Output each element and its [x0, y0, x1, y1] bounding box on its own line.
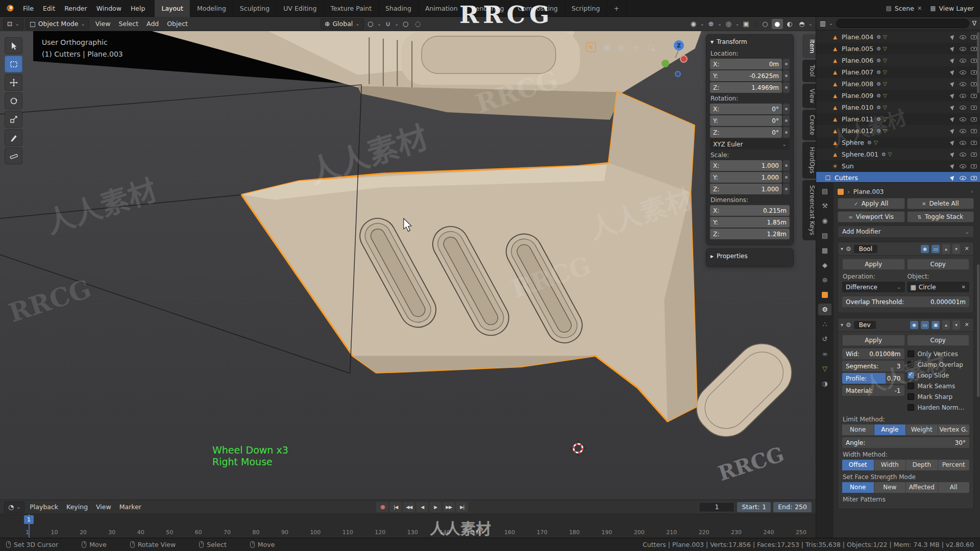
object-name[interactable]: Plane.006: [842, 57, 873, 64]
collapse-icon[interactable]: ▾: [710, 38, 714, 45]
scale-field[interactable]: Z:1.000: [710, 184, 782, 194]
rotation-field[interactable]: Z:0°: [710, 127, 782, 138]
outliner-row[interactable]: Plane.010: [816, 102, 980, 113]
selectable-toggle-icon[interactable]: [950, 174, 956, 181]
dimension-field[interactable]: X:0.215m: [710, 205, 790, 216]
timeline-menu[interactable]: Keying: [62, 503, 92, 511]
sidebar-tab[interactable]: Tool: [802, 60, 816, 82]
outliner-scrollbar[interactable]: [977, 32, 979, 93]
object-data-tab-icon[interactable]: ▽: [818, 363, 831, 374]
checkbox-box[interactable]: [908, 383, 914, 389]
rotation-field[interactable]: Y:0°: [710, 115, 782, 126]
object-name[interactable]: Plane.011: [842, 115, 873, 123]
outliner-row[interactable]: Cutters: [816, 172, 980, 183]
outliner-row[interactable]: Plane.009: [816, 90, 980, 102]
hide-viewport-toggle-icon[interactable]: [960, 47, 966, 51]
dimension-field[interactable]: Z:1.28m: [710, 229, 790, 239]
rotation-field[interactable]: X:0°: [710, 104, 782, 114]
selectable-toggle-icon[interactable]: [950, 151, 956, 157]
viewport-vis-button[interactable]: ∞ Viewport Vis: [838, 211, 905, 222]
gizmo-z-axis-ball[interactable]: Z: [674, 40, 684, 51]
workspace-tab[interactable]: Animation: [419, 0, 465, 17]
segmented-option[interactable]: New: [874, 482, 906, 493]
delete-modifier-icon[interactable]: ✕: [963, 321, 971, 328]
keyframe-decorator-icon[interactable]: [783, 127, 790, 138]
hide-viewport-toggle-icon[interactable]: [960, 176, 966, 180]
current-frame-field[interactable]: 1: [699, 502, 734, 512]
modifier-number-field[interactable]: Profile: 0.70: [842, 373, 904, 384]
properties-editor-icon[interactable]: ▤: [818, 185, 831, 197]
workspace-tab[interactable]: Scripting: [565, 0, 607, 17]
app-menu[interactable]: Edit: [38, 0, 60, 17]
selectable-toggle-icon[interactable]: [950, 45, 956, 52]
object-name[interactable]: Plane.004: [842, 33, 873, 41]
viewport-menu[interactable]: Add: [142, 17, 163, 31]
copy-button[interactable]: Copy: [907, 335, 970, 346]
segmented-option[interactable]: Offset: [842, 460, 874, 470]
selectable-toggle-icon[interactable]: [950, 69, 956, 75]
scene-tab-icon[interactable]: ◆: [818, 259, 831, 271]
hide-viewport-toggle-icon[interactable]: [960, 106, 966, 110]
object-name[interactable]: Plane.007: [842, 68, 873, 76]
keyframe-decorator-icon[interactable]: [783, 70, 790, 81]
view-layer-tab-icon[interactable]: ▩: [818, 244, 831, 256]
hide-render-toggle-icon[interactable]: [971, 176, 977, 180]
pan-view-icon[interactable]: ⊹: [633, 43, 640, 52]
keyframe-decorator-icon[interactable]: [783, 104, 790, 114]
segmented-option[interactable]: Weight: [906, 424, 938, 435]
modifier-name-field[interactable]: Bool: [854, 245, 877, 253]
object-name[interactable]: Sphere.001: [842, 151, 878, 158]
object-tab-icon[interactable]: [818, 289, 831, 300]
outliner-row[interactable]: Plane.011: [816, 113, 980, 125]
previous-keyframe-button[interactable]: ◀◀: [403, 502, 415, 512]
timeline-ruler[interactable]: 1102030405060708090100110120130140150160…: [0, 514, 816, 538]
modifiers-tab-icon[interactable]: ⚙: [818, 304, 831, 315]
checkbox[interactable]: Loop Slide: [908, 370, 970, 381]
timeline-menu[interactable]: View: [92, 503, 115, 511]
workspace-tab[interactable]: +: [607, 0, 626, 17]
checkbox[interactable]: Mark Seams: [908, 381, 970, 391]
object-name[interactable]: Sphere: [842, 139, 864, 146]
constraints-tab-icon[interactable]: ∞: [818, 348, 831, 360]
segmented-option[interactable]: None: [842, 482, 874, 493]
segmented-option[interactable]: Depth: [906, 460, 938, 470]
toggle-stack-button[interactable]: ⇅ Toggle Stack: [907, 211, 974, 222]
hide-viewport-toggle-icon[interactable]: [960, 82, 966, 86]
hide-render-toggle-icon[interactable]: [971, 35, 977, 39]
properties-scrollbar[interactable]: [977, 264, 979, 397]
checkbox[interactable]: Mark Sharp: [908, 391, 970, 402]
outliner-row[interactable]: Sun: [816, 160, 980, 172]
timeline-menu[interactable]: Marker: [115, 503, 145, 511]
record-button[interactable]: ●: [376, 502, 388, 512]
copy-button[interactable]: Copy: [907, 259, 970, 270]
workspace-tab[interactable]: Modeling: [190, 0, 233, 17]
sidebar-tab[interactable]: View: [802, 84, 816, 108]
hide-render-toggle-icon[interactable]: [971, 47, 977, 51]
object-name[interactable]: Plane.008: [842, 80, 873, 88]
keyframe-decorator-icon[interactable]: [783, 82, 790, 93]
overlays-icon[interactable]: ◎: [723, 20, 734, 28]
checkbox-box[interactable]: [908, 361, 914, 368]
checkbox-box[interactable]: [908, 350, 914, 357]
selectable-toggle-icon[interactable]: [950, 116, 956, 122]
outliner-row[interactable]: Plane.007: [816, 66, 980, 78]
scale-field[interactable]: X:1.000: [710, 160, 782, 171]
navigation-gizmo[interactable]: Z: [662, 41, 694, 80]
shading-solid-icon[interactable]: ●: [772, 19, 783, 29]
object-name[interactable]: Plane.012: [842, 127, 873, 135]
sidebar-tab[interactable]: Item: [802, 34, 816, 58]
xray-toggle-icon[interactable]: ▣: [741, 20, 752, 28]
collapse-icon[interactable]: ▾: [841, 322, 843, 328]
keyframe-decorator-icon[interactable]: [783, 172, 790, 183]
hide-viewport-toggle-icon[interactable]: [960, 70, 966, 74]
checkbox-box[interactable]: [908, 372, 914, 379]
proportional-editing-icon[interactable]: ○: [400, 20, 411, 28]
checkbox-box[interactable]: [908, 404, 914, 411]
hide-viewport-toggle-icon[interactable]: [960, 129, 966, 133]
apply-all-button[interactable]: ✓ Apply All: [838, 198, 905, 209]
breadcrumb-object-name[interactable]: Plane.003: [853, 188, 884, 195]
object-name[interactable]: Plane.005: [842, 45, 873, 53]
collapse-icon[interactable]: ▾: [841, 246, 843, 252]
viewport-visibility-toggle[interactable]: ▭: [932, 245, 940, 253]
selectable-toggle-icon[interactable]: [950, 34, 956, 40]
